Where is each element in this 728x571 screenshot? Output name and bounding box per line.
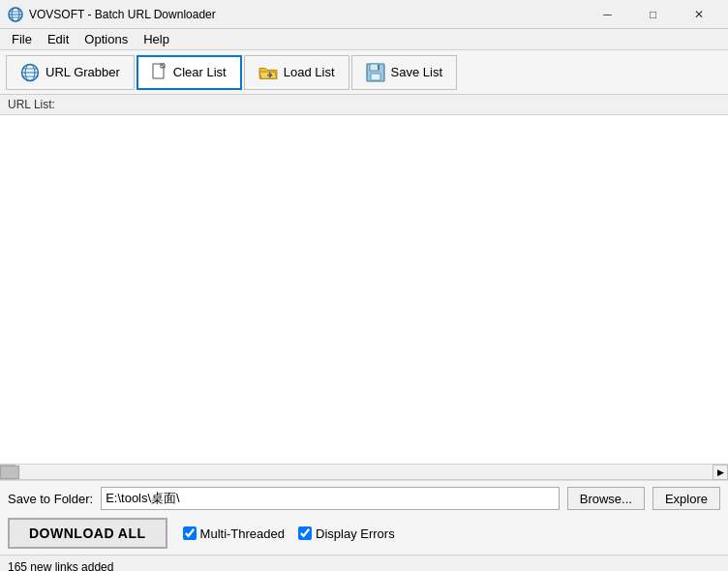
menu-options[interactable]: Options bbox=[76, 30, 136, 48]
multi-threaded-checkbox-label[interactable]: Multi-Threaded bbox=[183, 526, 285, 541]
browse-button[interactable]: Browse... bbox=[567, 487, 645, 510]
window-title: VOVSOFT - Batch URL Downloader bbox=[29, 8, 216, 21]
minimize-button[interactable]: ─ bbox=[586, 4, 629, 25]
clear-list-label: Clear List bbox=[173, 65, 227, 79]
globe-icon bbox=[20, 63, 40, 82]
clear-list-icon bbox=[152, 63, 167, 82]
save-folder-label: Save to Folder: bbox=[8, 492, 93, 506]
save-list-icon bbox=[366, 63, 385, 82]
svg-rect-14 bbox=[370, 64, 379, 71]
clear-list-button[interactable]: Clear List bbox=[136, 55, 242, 90]
save-list-label: Save List bbox=[391, 65, 442, 79]
bottom-section: Save to Folder: Browse... Explore DOWNLO… bbox=[0, 480, 728, 555]
close-button[interactable]: ✕ bbox=[677, 4, 720, 25]
download-all-button[interactable]: DOWNLOAD ALL bbox=[8, 518, 167, 549]
menu-bar: File Edit Options Help bbox=[0, 29, 728, 50]
toolbar: URL Grabber Clear List Load List Save Li… bbox=[0, 50, 728, 95]
checkbox-group: Multi-Threaded Display Errors bbox=[183, 526, 395, 541]
multi-threaded-checkbox[interactable] bbox=[183, 526, 197, 540]
title-bar: VOVSOFT - Batch URL Downloader ─ □ ✕ bbox=[0, 0, 728, 29]
maximize-button[interactable]: □ bbox=[631, 4, 675, 25]
svg-rect-16 bbox=[378, 65, 379, 70]
display-errors-checkbox-label[interactable]: Display Errors bbox=[298, 526, 395, 541]
status-bar: 165 new links added bbox=[0, 555, 728, 571]
horizontal-scrollbar[interactable]: ◀ ▶ bbox=[0, 464, 728, 479]
url-list-input[interactable] bbox=[0, 115, 728, 464]
multi-threaded-label: Multi-Threaded bbox=[200, 526, 285, 541]
load-list-button[interactable]: Load List bbox=[244, 55, 349, 90]
url-grabber-button[interactable]: URL Grabber bbox=[6, 55, 135, 90]
scroll-right-arrow[interactable]: ▶ bbox=[713, 465, 728, 480]
menu-file[interactable]: File bbox=[4, 30, 40, 48]
url-list-section: URL List: ◀ ▶ bbox=[0, 95, 728, 480]
status-text: 165 new links added bbox=[8, 560, 113, 572]
scroll-thumb[interactable] bbox=[0, 466, 19, 479]
display-errors-label: Display Errors bbox=[316, 526, 395, 541]
load-list-icon bbox=[258, 65, 278, 80]
folder-path-input[interactable] bbox=[101, 487, 560, 510]
save-list-button[interactable]: Save List bbox=[351, 55, 457, 90]
url-list-label: URL List: bbox=[0, 95, 728, 115]
download-row: DOWNLOAD ALL Multi-Threaded Display Erro… bbox=[8, 518, 720, 549]
menu-help[interactable]: Help bbox=[136, 30, 177, 48]
svg-rect-10 bbox=[153, 64, 164, 78]
explore-button[interactable]: Explore bbox=[652, 487, 720, 510]
menu-edit[interactable]: Edit bbox=[40, 30, 76, 48]
save-folder-row: Save to Folder: Browse... Explore bbox=[8, 487, 720, 510]
title-controls: ─ □ ✕ bbox=[586, 4, 720, 25]
url-grabber-label: URL Grabber bbox=[46, 65, 120, 79]
title-bar-left: VOVSOFT - Batch URL Downloader bbox=[8, 7, 216, 22]
display-errors-checkbox[interactable] bbox=[298, 526, 312, 540]
app-icon bbox=[8, 7, 23, 22]
load-list-label: Load List bbox=[284, 65, 335, 79]
svg-rect-15 bbox=[371, 74, 380, 80]
url-list-container bbox=[0, 115, 728, 464]
